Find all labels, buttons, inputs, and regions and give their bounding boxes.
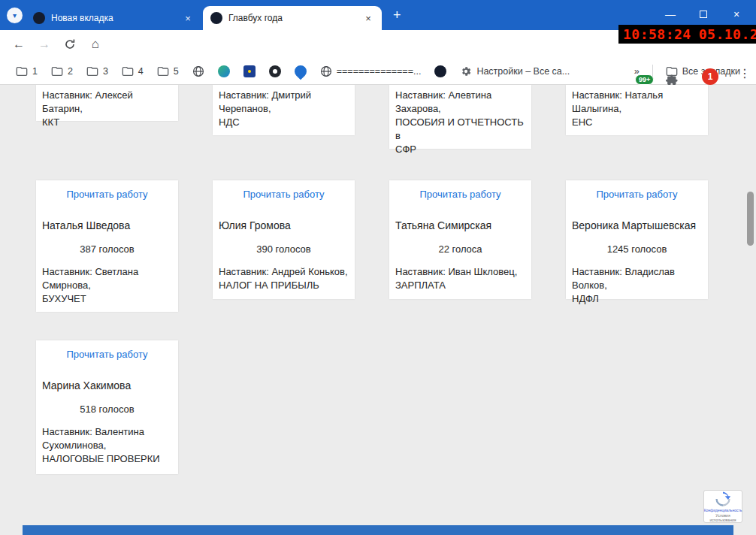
bookmark-folder-1[interactable]: 1 bbox=[9, 58, 44, 84]
mentor-info: Наставник: Владислав Волков, НДФЛ bbox=[572, 265, 702, 306]
mentor-line: НАЛОГОВЫЕ ПРОВЕРКИ bbox=[42, 452, 172, 466]
tab-close-icon[interactable]: × bbox=[182, 12, 194, 24]
contestant-name: Татьяна Симирская bbox=[395, 219, 525, 231]
flag-favicon bbox=[243, 65, 256, 77]
bookmark-folder-4[interactable]: 4 bbox=[115, 58, 150, 84]
bookmark-folder-5[interactable]: 5 bbox=[150, 58, 186, 84]
mentor-line: Наставник: Валентина bbox=[42, 425, 172, 439]
forward-button[interactable]: → bbox=[35, 35, 54, 54]
mentor-line: ПОСОБИЯ И ОТЧЕТНОСТЬ в bbox=[395, 116, 525, 143]
mentor-line: ККТ bbox=[42, 116, 172, 129]
bookmark-site-flame[interactable] bbox=[288, 58, 313, 84]
mentor-line: НАЛОГ НА ПРИБЫЛЬ bbox=[219, 279, 349, 292]
site-favicon bbox=[434, 65, 446, 77]
mentor-line: Черепанов, bbox=[219, 102, 349, 116]
folder-icon bbox=[122, 65, 134, 77]
gear-icon bbox=[460, 65, 472, 77]
bookmark-site-globe[interactable] bbox=[186, 58, 211, 84]
bookmark-folder-2[interactable]: 2 bbox=[44, 58, 80, 84]
bookmark-site-flag[interactable] bbox=[237, 58, 262, 84]
folder-icon bbox=[16, 65, 28, 77]
bookmark-site-dark[interactable] bbox=[428, 58, 453, 84]
globe-icon bbox=[320, 65, 332, 77]
maximize-button[interactable] bbox=[687, 4, 720, 24]
mentor-line: НДС bbox=[219, 116, 349, 129]
mentor-line: Сухомлинова, bbox=[42, 439, 172, 452]
tab-new-tab-page[interactable]: Новая вкладка × bbox=[26, 6, 201, 30]
window-controls: — × bbox=[654, 4, 753, 24]
bookmark-settings[interactable]: Настройки – Все са... bbox=[453, 58, 576, 84]
contestant-card: Прочитать работу Наталья Шведова 387 гол… bbox=[36, 180, 178, 312]
extensions-icon[interactable] bbox=[666, 74, 679, 89]
mentor-line: Наставник: Андрей Коньков, bbox=[219, 265, 349, 279]
scrollbar-thumb[interactable] bbox=[747, 192, 754, 246]
close-button[interactable]: × bbox=[720, 4, 753, 24]
recaptcha-badge[interactable]: Конфиденциальность Условия использования bbox=[703, 490, 742, 523]
clock-time: 10:58:24 bbox=[623, 26, 691, 42]
bookmark-label: ==============... bbox=[337, 66, 422, 77]
read-work-link[interactable]: Прочитать работу bbox=[213, 189, 355, 200]
green-favicon bbox=[218, 65, 230, 77]
recaptcha-privacy-link[interactable]: Конфиденциальность bbox=[704, 508, 742, 512]
reload-button[interactable] bbox=[60, 35, 80, 54]
extension-badge[interactable]: 99+ bbox=[635, 74, 654, 85]
mentor-line: Захарова, bbox=[395, 102, 525, 116]
bookmark-site-green[interactable] bbox=[211, 58, 237, 84]
tab-search-button[interactable]: ▾ bbox=[7, 8, 23, 23]
mentor-line: ЗАРПЛАТА bbox=[395, 279, 525, 292]
tab-label: Главбух года bbox=[228, 13, 356, 23]
contestant-name: Наталья Шведова bbox=[42, 219, 172, 231]
contestant-card-partial: Наставник: Алексей Батарин, ККТ bbox=[36, 85, 178, 121]
mentor-line: Наставник: Дмитрий bbox=[219, 89, 349, 102]
new-tab-button[interactable]: + bbox=[393, 8, 401, 23]
mentor-line: Смирнова, bbox=[42, 279, 172, 292]
bookmark-folder-3[interactable]: 3 bbox=[80, 58, 115, 84]
contestant-card-partial: Наставник: Алевтина Захарова, ПОСОБИЯ И … bbox=[389, 85, 531, 149]
bookmark-label: 4 bbox=[138, 66, 144, 77]
bookmark-label: 1 bbox=[32, 66, 38, 77]
mentor-line: СФР bbox=[395, 143, 525, 156]
tab-close-icon[interactable]: × bbox=[362, 12, 374, 24]
contestant-card-partial: Наставник: Дмитрий Черепанов, НДС bbox=[213, 85, 355, 135]
read-work-link[interactable]: Прочитать работу bbox=[36, 189, 178, 200]
mentor-line: Наставник: Алевтина bbox=[395, 89, 525, 102]
votes-count: 390 голосов bbox=[213, 243, 355, 255]
tab-label: Новая вкладка bbox=[51, 13, 176, 23]
dark-circle-favicon bbox=[269, 65, 281, 77]
folder-icon bbox=[86, 65, 98, 77]
read-work-link[interactable]: Прочитать работу bbox=[36, 349, 178, 360]
read-work-link[interactable]: Прочитать работу bbox=[389, 189, 531, 200]
mentor-info: Наставник: Андрей Коньков, НАЛОГ НА ПРИБ… bbox=[219, 265, 349, 292]
contestant-card: Прочитать работу Вероника Мартышевская 1… bbox=[566, 180, 708, 299]
contestant-name: Юлия Громова bbox=[219, 219, 349, 231]
recaptcha-terms-link[interactable]: Условия использования bbox=[704, 513, 742, 522]
mentor-line: Наставник: Наталья bbox=[572, 89, 702, 102]
flame-favicon bbox=[292, 62, 309, 80]
back-button[interactable]: ← bbox=[9, 35, 29, 54]
minimize-button[interactable]: — bbox=[654, 4, 687, 24]
folder-icon bbox=[51, 65, 63, 77]
browser-window: ▾ Новая вкладка × Главбух года × + — × ←… bbox=[0, 0, 756, 535]
mentor-line: БУХУЧЕТ bbox=[42, 292, 172, 306]
clock-date: 05.10.25 bbox=[699, 26, 756, 42]
votes-count: 1245 голосов bbox=[566, 243, 708, 255]
mentor-info: Наставник: Светлана Смирнова, БУХУЧЕТ bbox=[42, 265, 172, 306]
contestant-card-partial: Наставник: Наталья Шалыгина, ЕНС bbox=[566, 85, 708, 135]
reload-icon bbox=[64, 38, 76, 50]
bookmark-long-item[interactable]: ==============... bbox=[313, 58, 428, 84]
contestant-card: Прочитать работу Татьяна Симирская 22 го… bbox=[389, 180, 531, 299]
bookmark-site-record[interactable] bbox=[262, 58, 288, 84]
bookmark-label: 5 bbox=[174, 66, 179, 77]
mentor-line: Шалыгина, bbox=[572, 102, 702, 116]
home-button[interactable]: ⌂ bbox=[86, 35, 105, 54]
page-viewport: Наставник: Алексей Батарин, ККТ Наставни… bbox=[0, 85, 756, 535]
mentor-line: Наставник: Иван Шкловец, bbox=[395, 265, 525, 279]
mentor-info: Наставник: Валентина Сухомлинова, НАЛОГО… bbox=[42, 425, 172, 466]
browser-menu-icon[interactable]: ⋮ bbox=[739, 66, 751, 80]
tab-favicon bbox=[33, 12, 45, 24]
read-work-link[interactable]: Прочитать работу bbox=[566, 189, 708, 200]
bookmark-label: 3 bbox=[103, 66, 108, 77]
profile-avatar[interactable]: 1 bbox=[702, 68, 718, 85]
mentor-line: НДФЛ bbox=[572, 292, 702, 306]
tab-glavbukh[interactable]: Главбух года × bbox=[203, 6, 382, 30]
